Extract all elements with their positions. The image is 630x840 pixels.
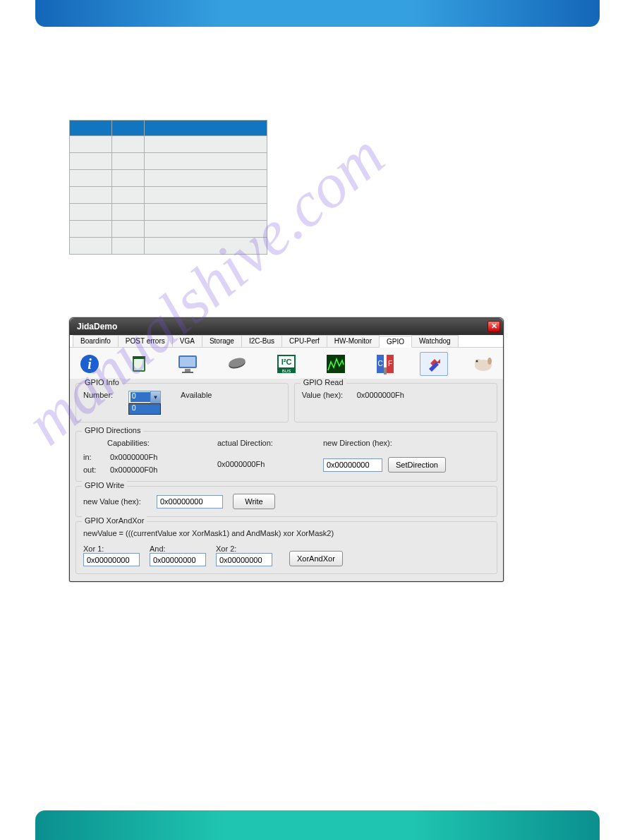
tab-boardinfo[interactable]: Boardinfo [73,335,119,347]
hw-monitor-icon[interactable]: CF [371,352,399,376]
and-input[interactable] [150,553,206,566]
table-cell [145,204,267,221]
close-icon[interactable]: ✕ [487,321,500,332]
table-cell [145,153,267,170]
new-direction-label: new Direction (hex): [323,439,490,447]
table-cell [145,170,267,187]
bottom-banner [35,810,600,840]
table-cell [70,204,112,221]
number-dropdown[interactable]: 0 [128,403,161,415]
svg-text:F: F [388,360,392,367]
tab-cpu-perf[interactable]: CPU-Perf [281,335,327,347]
number-label: Number: [83,391,123,399]
set-direction-button[interactable]: SetDirection [388,457,446,473]
xor1-input[interactable] [83,553,140,566]
table-cell [112,221,145,238]
gpio-directions-group: GPIO Directions Capabilities: in: 0x0000… [75,431,497,482]
group-legend: GPIO Info [82,378,122,386]
table-cell [112,187,145,204]
top-banner [35,0,600,27]
table-cell [112,204,145,221]
actual-direction-label: actual Direction: [217,439,316,447]
table-cell [112,136,145,153]
in-label: in: [83,453,104,461]
xor1-label: Xor 1: [83,544,140,553]
watchdog-icon[interactable] [469,352,497,376]
info-icon[interactable]: i [75,352,104,376]
new-direction-input[interactable] [323,458,382,472]
svg-rect-15 [327,355,345,373]
gpio-icon[interactable] [420,352,448,376]
table-cell [70,170,112,187]
chevron-down-icon[interactable]: ▼ [150,391,160,403]
svg-text:I²C: I²C [281,358,292,366]
gpio-read-group: GPIO Read Value (hex): 0x0000000Fh [294,383,497,422]
tab-watchdog[interactable]: Watchdog [411,335,459,347]
number-selected: 0 [131,392,150,402]
gpio-info-group: GPIO Info Number: 0 ▼ 0 Available [75,383,289,422]
table-cell [112,153,145,170]
svg-rect-20 [384,367,387,375]
table-cell [70,221,112,238]
jidademo-window: JidaDemo ✕ Boardinfo POST errors VGA Sto… [69,317,504,582]
tab-vga[interactable]: VGA [172,335,202,347]
write-button[interactable]: Write [233,494,275,509]
xor2-input[interactable] [216,553,272,566]
table-cell [145,187,267,204]
number-option[interactable]: 0 [129,404,160,414]
svg-point-23 [476,360,478,363]
svg-rect-8 [182,372,193,373]
table-cell [145,136,267,153]
svg-point-22 [475,359,482,366]
in-value: 0x0000000Fh [110,453,157,461]
tab-storage[interactable]: Storage [202,335,242,347]
window-title: JidaDemo [77,322,117,331]
table-cell [70,136,112,153]
tab-post-errors[interactable]: POST errors [118,335,173,347]
table-cell [145,221,267,238]
new-value-input[interactable] [157,495,223,509]
reference-table [69,120,267,255]
table-cell [112,170,145,187]
svg-text:i: i [87,356,92,372]
group-legend: GPIO Read [301,378,346,386]
i2c-bus-icon[interactable]: I²CBUS [272,352,301,376]
tab-bar: Boardinfo POST errors VGA Storage I2C-Bu… [70,335,503,348]
svg-text:C: C [377,360,382,367]
tab-hw-monitor[interactable]: HW-Monitor [327,335,380,347]
titlebar[interactable]: JidaDemo ✕ [70,318,503,335]
table-cell [70,153,112,170]
svg-point-24 [487,358,492,365]
group-legend: GPIO Directions [82,426,143,434]
value-hex-label: Value (hex): [302,391,351,399]
gpio-write-group: GPIO Write new Value (hex): Write [75,486,497,517]
table-header [112,121,145,136]
xorandxor-button[interactable]: XorAndXor [289,551,343,566]
chip-icon[interactable] [223,352,251,376]
out-label: out: [83,465,104,474]
cpu-perf-icon[interactable] [322,352,350,376]
group-legend: GPIO Write [82,481,127,489]
value-hex-readout: 0x0000000Fh [357,391,404,399]
new-value-label: new Value (hex): [83,497,151,506]
number-combo[interactable]: 0 ▼ 0 [128,391,161,403]
capabilities-label: Capabilities: [107,439,210,447]
formula-label: newValue = (((currentValue xor XorMask1)… [83,529,490,537]
table-cell [112,238,145,255]
monitor-icon[interactable] [174,352,202,376]
table-header [70,121,112,136]
tab-gpio[interactable]: GPIO [379,336,412,348]
table-cell [70,187,112,204]
actual-direction-value: 0x0000000Fh [217,460,265,468]
table-cell [145,238,267,255]
tab-i2c-bus[interactable]: I2C-Bus [241,335,282,347]
svg-rect-6 [180,357,195,367]
svg-rect-7 [185,369,190,372]
table-cell [70,238,112,255]
and-label: And: [150,544,206,553]
available-label: Available [181,391,212,399]
gpio-xorandxor-group: GPIO XorAndXor newValue = (((currentValu… [75,521,497,574]
notepad-icon[interactable] [125,352,153,376]
svg-rect-3 [134,358,144,370]
svg-rect-4 [133,356,145,359]
